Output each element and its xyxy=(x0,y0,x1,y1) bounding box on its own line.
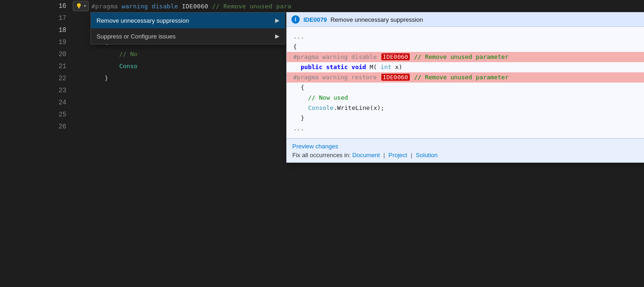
line-num-26: 26 xyxy=(0,121,66,133)
line-num-22: 22 xyxy=(0,72,66,84)
line-num-20: 20 xyxy=(0,48,66,60)
preview-writeline: Console.WriteLine(x); xyxy=(293,103,644,113)
menu-item-remove-suppression[interactable]: Remove unnecessary suppression ▶ xyxy=(91,13,285,28)
menu-item-suppress-configure-arrow: ▶ xyxy=(275,33,279,39)
tooltip-footer: Preview changes Fix all occurrences in: … xyxy=(287,138,644,162)
preview-changes-link[interactable]: Preview changes xyxy=(292,143,338,150)
line-num-19: 19 xyxy=(0,36,66,48)
line-num-17: 17 xyxy=(0,12,66,24)
tooltip-panel: i IDE0079 Remove unnecessary suppression… xyxy=(286,12,644,163)
preview-method-line: public static void M( int x) xyxy=(293,62,644,72)
fix-link-solution[interactable]: Solution xyxy=(416,152,438,159)
lightbulb-icon xyxy=(75,2,83,10)
preview-brace-2: { xyxy=(293,83,644,93)
editor-area: 16 17 18 19 20 21 22 23 24 25 26 ▾ xyxy=(0,0,644,287)
context-menu: Remove unnecessary suppression ▶ Suppres… xyxy=(90,12,285,45)
preview-brace-3: } xyxy=(293,113,644,123)
separator-1: | xyxy=(383,152,385,159)
preview-dots-2: ... xyxy=(293,123,644,134)
preview-comment: // Now used xyxy=(293,93,644,103)
svg-point-0 xyxy=(77,3,81,7)
fix-all-text: Fix all occurrences in: xyxy=(292,152,351,159)
code-preview: ... { #pragma warning disable IDE0060 //… xyxy=(287,27,644,138)
tooltip-title: IDE0079 Remove unnecessary suppression xyxy=(303,16,423,23)
fix-link-project[interactable]: Project xyxy=(388,152,407,159)
tooltip-header: i IDE0079 Remove unnecessary suppression xyxy=(287,13,644,27)
ide-code: IDE0079 xyxy=(303,16,327,23)
line-numbers: 16 17 18 19 20 21 22 23 24 25 26 xyxy=(0,0,72,287)
preview-dots-1: ... xyxy=(293,32,644,42)
svg-rect-1 xyxy=(78,7,80,8)
line-num-21: 21 xyxy=(0,60,66,72)
preview-brace-1: { xyxy=(293,42,644,52)
preview-highlighted-line-2: #pragma warning restore IDE0060 // Remov… xyxy=(287,72,644,83)
svg-rect-2 xyxy=(78,8,80,8)
code-content: ▾ #pragma warning disable IDE0060 // Rem… xyxy=(72,0,644,287)
line-num-18: 18 xyxy=(0,24,66,36)
line-num-24: 24 xyxy=(0,96,66,108)
info-icon: i xyxy=(291,15,300,24)
separator-2: | xyxy=(411,152,412,159)
menu-item-remove-suppression-arrow: ▶ xyxy=(275,17,279,24)
tooltip-title-text: Remove unnecessary suppression xyxy=(330,16,423,23)
menu-item-remove-suppression-label: Remove unnecessary suppression xyxy=(97,17,189,24)
preview-highlighted-line-1: #pragma warning disable IDE0060 // Remov… xyxy=(287,52,644,62)
line-num-23: 23 xyxy=(0,84,66,96)
pragma-line-16: #pragma warning disable IDE0060 // Remov… xyxy=(91,3,291,10)
fix-link-document[interactable]: Document xyxy=(352,152,380,159)
menu-item-suppress-configure[interactable]: Suppress or Configure issues ▶ xyxy=(91,28,285,44)
lightbulb-chevron: ▾ xyxy=(84,3,86,9)
line-num-25: 25 xyxy=(0,108,66,121)
lightbulb-button[interactable]: ▾ xyxy=(73,1,89,11)
line-num-16: 16 xyxy=(0,0,66,12)
fix-all-row: Fix all occurrences in: Document | Proje… xyxy=(292,152,644,159)
menu-item-suppress-configure-label: Suppress or Configure issues xyxy=(97,33,176,40)
